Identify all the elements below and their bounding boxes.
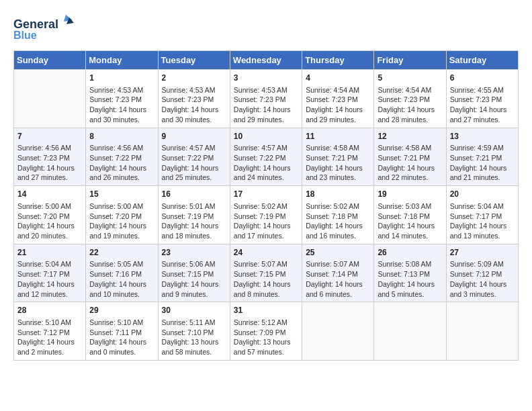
day-info-line: and 12 minutes. [17,289,82,300]
day-info-line: Sunset: 7:19 PM [162,212,226,222]
day-info-line: Sunset: 7:23 PM [89,95,154,105]
day-info-line: and 57 minutes. [234,347,298,357]
day-info-line: Sunrise: 5:10 AM [17,318,82,328]
calendar-day-cell: 4Sunrise: 4:54 AMSunset: 7:23 PMDaylight… [302,70,374,128]
calendar-day-cell: 1Sunrise: 4:53 AMSunset: 7:23 PMDaylight… [86,70,158,128]
calendar-day-cell: 7Sunrise: 4:56 AMSunset: 7:23 PMDaylight… [14,128,86,186]
page-header: General Blue [13,13,519,44]
calendar-day-cell: 28Sunrise: 5:10 AMSunset: 7:12 PMDayligh… [14,302,86,361]
day-info-line: and 8 minutes. [234,289,298,300]
day-info-line: Sunrise: 4:55 AM [450,85,515,95]
day-number: 1 [89,73,154,84]
day-number: 9 [162,131,226,142]
day-info-line: Daylight: 14 hours [378,221,442,231]
calendar-week-row: 1Sunrise: 4:53 AMSunset: 7:23 PMDaylight… [14,70,519,128]
day-number: 20 [450,189,515,200]
day-number: 15 [89,189,154,200]
day-info-line: Sunset: 7:23 PM [234,95,298,105]
calendar-week-row: 7Sunrise: 4:56 AMSunset: 7:23 PMDaylight… [14,128,519,186]
day-info-line: Daylight: 14 hours [234,105,298,115]
day-number: 14 [17,189,82,200]
day-number: 29 [89,305,154,316]
calendar-empty-cell [302,302,374,361]
day-info-line: Sunrise: 4:54 AM [306,85,370,95]
calendar-empty-cell [14,70,86,128]
day-number: 23 [162,247,226,259]
svg-text:General: General [13,17,58,31]
day-number: 17 [234,189,298,200]
calendar-day-cell: 11Sunrise: 4:58 AMSunset: 7:21 PMDayligh… [302,128,374,186]
day-info-line: Sunset: 7:18 PM [306,212,370,222]
day-info-line: Sunrise: 4:53 AM [89,85,154,95]
day-number: 25 [306,247,370,259]
day-info-line: Sunrise: 4:57 AM [234,143,298,153]
day-info-line: Sunset: 7:10 PM [162,328,226,338]
day-info-line: Sunrise: 5:08 AM [378,259,442,269]
day-number: 13 [450,131,515,142]
day-info-line: Sunset: 7:12 PM [17,328,82,338]
day-number: 24 [234,247,298,259]
day-info-line: Sunset: 7:16 PM [89,269,154,279]
calendar-day-cell: 15Sunrise: 5:00 AMSunset: 7:20 PMDayligh… [86,186,158,244]
day-info-line: Sunset: 7:18 PM [378,212,442,222]
calendar-day-cell: 30Sunrise: 5:11 AMSunset: 7:10 PMDayligh… [158,302,230,361]
day-info-line: Daylight: 14 hours [234,279,298,289]
day-info-line: Sunset: 7:23 PM [306,95,370,105]
day-info-line: Sunrise: 5:07 AM [306,259,370,269]
day-info-line: Sunrise: 5:00 AM [89,201,154,212]
day-info-line: and 25 minutes. [162,173,226,183]
day-info-line: and 27 minutes. [450,115,515,125]
calendar-day-cell: 22Sunrise: 5:05 AMSunset: 7:16 PMDayligh… [86,244,158,302]
day-info-line: Sunset: 7:21 PM [306,153,370,163]
day-info-line: and 26 minutes. [89,173,154,183]
day-info-line: and 21 minutes. [450,173,515,183]
day-info-line: Sunset: 7:20 PM [89,212,154,222]
day-info-line: Daylight: 14 hours [306,163,370,173]
day-info-line: and 9 minutes. [162,289,226,300]
calendar-empty-cell [446,302,518,361]
day-number: 21 [17,247,82,259]
calendar-day-cell: 10Sunrise: 4:57 AMSunset: 7:22 PMDayligh… [230,128,302,186]
day-number: 5 [378,73,442,84]
day-info-line: and 5 minutes. [378,289,442,300]
day-number: 27 [450,247,515,259]
calendar-day-cell: 25Sunrise: 5:07 AMSunset: 7:14 PMDayligh… [302,244,374,302]
day-info-line: Sunrise: 4:58 AM [306,143,370,153]
day-number: 19 [378,189,442,200]
calendar-day-cell: 29Sunrise: 5:10 AMSunset: 7:11 PMDayligh… [86,302,158,361]
day-info-line: Sunrise: 5:07 AM [234,259,298,269]
day-number: 6 [450,73,515,84]
day-info-line: Daylight: 14 hours [306,221,370,231]
day-info-line: Daylight: 14 hours [17,279,82,289]
day-number: 26 [378,247,442,259]
day-info-line: and 24 minutes. [234,173,298,183]
day-info-line: Sunrise: 5:00 AM [17,201,82,212]
day-info-line: Daylight: 14 hours [17,221,82,231]
day-number: 12 [378,131,442,142]
day-info-line: and 22 minutes. [378,173,442,183]
day-info-line: Daylight: 14 hours [450,279,515,289]
day-info-line: and 30 minutes. [162,115,226,125]
calendar-week-row: 21Sunrise: 5:04 AMSunset: 7:17 PMDayligh… [14,244,519,302]
day-info-line: Sunset: 7:12 PM [450,269,515,279]
day-info-line: Daylight: 14 hours [234,221,298,231]
day-info-line: Sunset: 7:13 PM [378,269,442,279]
day-info-line: Sunrise: 5:02 AM [306,201,370,212]
logo-svg: General Blue [13,13,74,44]
day-info-line: Sunset: 7:09 PM [234,328,298,338]
calendar-day-cell: 13Sunrise: 4:59 AMSunset: 7:21 PMDayligh… [446,128,518,186]
day-info-line: Daylight: 14 hours [89,221,154,231]
day-info-line: and 27 minutes. [17,173,82,183]
day-info-line: Sunset: 7:21 PM [378,153,442,163]
day-info-line: and 16 minutes. [306,231,370,241]
header-tuesday: Tuesday [158,51,230,70]
day-info-line: and 14 minutes. [378,231,442,241]
calendar-header-row: SundayMondayTuesdayWednesdayThursdayFrid… [14,51,519,70]
day-info-line: Sunrise: 4:57 AM [162,143,226,153]
day-info-line: Sunrise: 5:09 AM [450,259,515,269]
day-info-line: Daylight: 14 hours [234,163,298,173]
day-number: 18 [306,189,370,200]
day-info-line: Sunset: 7:17 PM [17,269,82,279]
calendar-day-cell: 31Sunrise: 5:12 AMSunset: 7:09 PMDayligh… [230,302,302,361]
day-info-line: and 17 minutes. [234,231,298,241]
